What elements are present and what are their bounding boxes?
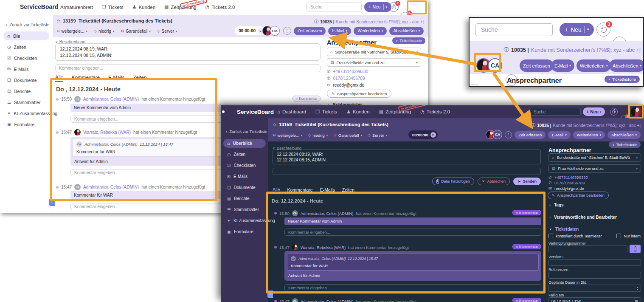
link-button[interactable]	[630, 245, 641, 253]
sidebar-item[interactable]: KI-Zusammenfassung	[223, 216, 266, 225]
back-to-ticketlist[interactable]: ‹ Zurück zur Ticketliste	[226, 129, 268, 134]
author-name[interactable]: Warratz, Rebekka (WAR)	[83, 130, 131, 135]
reply-input[interactable]	[284, 229, 541, 236]
sidebar-item[interactable]: Überblick	[223, 139, 266, 148]
feed-tab[interactable]: E-Mails	[320, 187, 335, 194]
star-icon[interactable]: ☆	[273, 122, 276, 127]
sidebar-collapse-handle[interactable]: ‹	[267, 291, 273, 298]
new-button[interactable]: + Neu ▾	[560, 23, 594, 36]
timer-icon-button[interactable]	[610, 108, 618, 116]
mobile-row[interactable]: ✆0170/123456789	[548, 181, 585, 185]
phone-row[interactable]: ✆+49731140399330	[327, 69, 368, 74]
sidebar-collapse-handle[interactable]: ‹	[49, 199, 55, 206]
email-button[interactable]: E-Mail▾	[551, 59, 574, 72]
record-time-button[interactable]: Zeit erfassen	[515, 131, 546, 139]
cancel-button[interactable]: ✕Abbrechen	[478, 178, 510, 185]
timer-icon-button[interactable]: 2	[389, 2, 399, 12]
priority-chip[interactable]: ◇niedrig▾	[308, 133, 328, 138]
nav-item[interactable]: Kunden	[346, 109, 370, 115]
ticketdata-section-header[interactable]: ∨Ticketdaten	[549, 227, 579, 231]
ticket-history-button[interactable]: ∨ Tickethistorie	[609, 141, 641, 148]
feed-tab[interactable]: Kommentare	[287, 187, 313, 194]
sidebar-item[interactable]: Checklisten	[3, 54, 49, 62]
close-ticket-button[interactable]: Abschließen▾	[607, 131, 641, 139]
sidebar-item[interactable]: Zeiten	[223, 150, 266, 159]
feed-tab[interactable]: Zeiten	[133, 75, 146, 82]
participant-avatars[interactable]: CA	[262, 26, 280, 36]
link-number-input[interactable]	[548, 246, 627, 252]
feed-tab[interactable]: Kommentare	[72, 75, 100, 82]
attach-file-button[interactable]: Datei hinzufügen	[432, 178, 474, 185]
customer-name-link[interactable]: Kunde mit Sonderzeichen's !?%$]; xyz - a…	[531, 47, 641, 53]
timer-icon-button[interactable]: 3	[596, 23, 610, 37]
avatar-ca[interactable]: CA	[488, 58, 502, 73]
mobile-link[interactable]: 0170/123456789	[333, 76, 365, 81]
priority-chip[interactable]: ◇niedrig▾	[94, 29, 114, 34]
email-value[interactable]: reeddy@gmx.de	[333, 83, 364, 87]
nav-item[interactable]: Tickets 2.0	[205, 4, 235, 10]
ticket-history-button[interactable]: ∨ Tickethistorie	[605, 76, 640, 83]
address-select[interactable]: ⌂ Sonderstraße mit '-Strichen' 5, Stadt-…	[327, 48, 421, 56]
stepper-arrows-icon[interactable]: ▴▾	[637, 286, 638, 291]
sidebar-item[interactable]: Die	[3, 31, 49, 40]
author-name[interactable]: Administrator, Celos (ADMIN)	[301, 299, 354, 302]
description-box[interactable]: 12.12.2024 08:19, WAR: 12.12.2024 08:15,…	[273, 150, 541, 164]
phone-link[interactable]: +49731140399330	[333, 69, 368, 74]
sidebar-item[interactable]: Dokumente	[3, 76, 49, 85]
nav-item[interactable]: Tickets 2.0	[420, 109, 450, 115]
sidebar-item[interactable]: KI-Zusammenfassung	[3, 109, 49, 118]
email-row[interactable]: ✉reeddy@gmx.de	[327, 83, 364, 87]
search-input[interactable]	[307, 3, 362, 11]
nav-item[interactable]: Armaturenbrett	[55, 4, 93, 10]
more-options-button[interactable]: ⋮	[505, 131, 512, 138]
forward-button[interactable]: Weiterleiten▾	[354, 27, 387, 35]
sidebar-item[interactable]: Stammblätter	[223, 205, 266, 214]
due-date-input[interactable]: 04.12.2024 13:50 ▦	[548, 297, 641, 302]
info-icon[interactable]: ⓘ	[314, 19, 318, 25]
author-name[interactable]: Administrator, Celos (ADMIN)	[301, 211, 354, 216]
tags-section-header[interactable]: ›Tags	[549, 203, 564, 207]
close-ticket-button[interactable]: Abschließen▾	[609, 59, 644, 72]
forward-button[interactable]: Weiterleiten▾	[573, 131, 605, 139]
record-time-button[interactable]: Zeit erfassen	[294, 27, 326, 35]
nav-item[interactable]: Tickets	[315, 109, 337, 115]
participant-avatars[interactable]: CA	[486, 130, 502, 139]
email-value[interactable]: reeddy@gmx.de	[554, 186, 584, 191]
author-name[interactable]: Warratz, Rebekka (WAR)	[301, 245, 346, 250]
author-name[interactable]: Administrator, Celos (ADMIN)	[83, 185, 139, 189]
sidebar-item[interactable]: Formulare	[3, 120, 49, 129]
customer-name-link[interactable]: Kunde mit Sonderzeichen's !?%$]; xyz - a…	[553, 123, 641, 128]
new-button[interactable]: + Neu ▾	[583, 107, 605, 116]
avatar-ca[interactable]: CA	[493, 130, 502, 139]
record-time-button[interactable]: Zeit erfassen	[520, 59, 554, 72]
avatar-ca[interactable]: CA	[270, 26, 280, 36]
search-input[interactable]	[530, 108, 581, 116]
customer-name-link[interactable]: Kunde mit Sonderzeichen's !?%$]; xyz - a…	[336, 20, 424, 24]
category-chip[interactable]: ◇Server▾	[368, 133, 387, 138]
feed-tab[interactable]: E-Mails	[108, 75, 124, 82]
user-avatar[interactable]	[631, 107, 641, 117]
forward-button[interactable]: Weiterleiten▾	[577, 59, 611, 72]
phone-row[interactable]: ✆+49731140399330	[548, 175, 588, 180]
checkbox[interactable]	[616, 234, 621, 238]
back-to-ticketlist[interactable]: ‹ Zurück zur Ticketliste	[6, 23, 53, 27]
status-chip[interactable]: ⊖weitergele...▾	[56, 29, 87, 34]
mobile-row[interactable]: ✆0170/123456789	[327, 76, 365, 81]
internal-only-checkbox-row[interactable]: Nur intern	[616, 234, 641, 238]
version-input[interactable]	[548, 259, 641, 266]
nav-item[interactable]: Kunden	[132, 4, 156, 10]
sidebar-item[interactable]: Checklisten	[223, 161, 266, 170]
description-box[interactable]: 12.12.2024 08:19, WAR: 12.12.2024 08:15,…	[55, 43, 321, 61]
new-comment-input[interactable]	[55, 64, 321, 72]
warranty-chip[interactable]: ⊖Garantiefall▾	[121, 29, 150, 34]
planned-duration-stepper[interactable]: ▴▾	[548, 285, 641, 292]
sidebar-item[interactable]: Stammblätter	[3, 98, 49, 107]
send-button[interactable]: ➤Senden	[513, 178, 541, 185]
sidebar-item[interactable]: Zeiten	[3, 42, 49, 51]
contact-person-select[interactable]: ▤ Frau Adelheide von und zu ▾	[548, 164, 641, 173]
sidebar-item[interactable]: Berichte	[223, 194, 266, 203]
sidebar-item[interactable]: Dokumente	[223, 183, 266, 192]
star-icon[interactable]: ☆	[56, 18, 61, 24]
author-name[interactable]: Administrator, Celos (ADMIN)	[83, 97, 139, 102]
teamlead-checkbox-row[interactable]: kontorliert durch Teamleiter	[548, 234, 602, 238]
